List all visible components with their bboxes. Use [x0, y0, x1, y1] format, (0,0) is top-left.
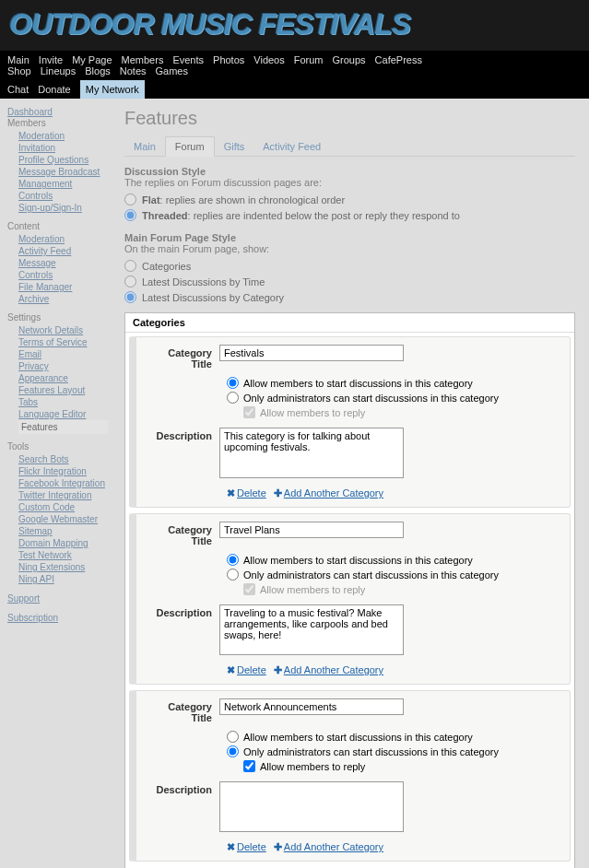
sidebar-link[interactable]: Flickr Integration [18, 465, 108, 477]
secondary-nav: ChatDonateMy Network [0, 80, 589, 99]
only-admins-radio[interactable] [227, 392, 239, 404]
sidebar-link[interactable]: Message Broadcast [18, 166, 108, 178]
fps-radio[interactable] [124, 291, 136, 303]
delete-icon: ✖ [227, 487, 235, 499]
sidebar-link[interactable]: Features [18, 420, 108, 434]
allow-reply-checkbox [243, 583, 255, 595]
sidebar-link[interactable]: Domain Mapping [18, 537, 108, 549]
sidebar-link[interactable]: Profile Questions [18, 154, 108, 166]
nav-item[interactable]: Videos [253, 54, 284, 65]
nav-item[interactable]: Notes [120, 65, 147, 76]
nav-item[interactable]: Donate [38, 84, 70, 95]
allow-members-radio[interactable] [227, 554, 239, 566]
sidebar-link[interactable]: Ning API [18, 573, 108, 585]
sidebar-link[interactable]: Features Layout [18, 384, 108, 396]
add-category-link[interactable]: Add Another Category [284, 487, 383, 499]
delete-link[interactable]: Delete [237, 487, 266, 499]
sidebar-group-title: Members [7, 118, 108, 128]
sidebar-group-title: Settings [7, 312, 108, 323]
nav-item[interactable]: Invite [39, 54, 63, 65]
categories-panel: Categories Category TitleAllow members t… [124, 312, 575, 868]
sidebar-link[interactable]: Privacy [18, 360, 108, 372]
allow-members-radio[interactable] [227, 731, 239, 743]
sidebar-link[interactable]: Dashboard [7, 106, 108, 118]
threaded-radio[interactable] [124, 209, 136, 221]
nav-item[interactable]: My Page [72, 54, 112, 65]
nav-item[interactable]: Forum [294, 54, 324, 65]
only-admins-radio[interactable] [227, 745, 239, 757]
primary-nav: MainInviteMy PageMembersEventsPhotosVide… [0, 51, 589, 80]
sidebar-link[interactable]: Test Network [18, 549, 108, 561]
add-icon: ✚ [274, 487, 282, 499]
sidebar-link[interactable]: Sitemap [18, 525, 108, 537]
forum-page-style-desc: On the main Forum page, show: [124, 243, 575, 254]
sidebar-link[interactable]: Sign-up/Sign-In [18, 202, 108, 214]
add-category-link[interactable]: Add Another Category [284, 841, 383, 852]
category-title-input[interactable] [219, 345, 404, 361]
sidebar-link[interactable]: Search Bots [18, 453, 108, 465]
sidebar-link[interactable]: Archive [18, 293, 108, 305]
delete-icon: ✖ [227, 664, 235, 675]
delete-link[interactable]: Delete [237, 664, 266, 675]
sidebar-link[interactable]: Invitation [18, 142, 108, 154]
tab[interactable]: Activity Feed [253, 137, 330, 156]
site-logo: OUTDOOR MUSIC FESTIVALS [0, 0, 589, 49]
flat-radio[interactable] [124, 194, 136, 205]
nav-item[interactable]: Chat [7, 84, 29, 95]
sidebar-link[interactable]: Terms of Service [18, 336, 108, 348]
sidebar-link[interactable]: Language Editor [18, 408, 108, 420]
nav-item[interactable]: Photos [213, 54, 244, 65]
sidebar-link[interactable]: Controls [18, 269, 108, 281]
sidebar-link[interactable]: Controls [18, 190, 108, 202]
nav-item[interactable]: Main [7, 54, 29, 65]
sidebar-link[interactable]: Support [7, 592, 108, 604]
tab[interactable]: Main [124, 137, 165, 156]
tab[interactable]: Forum [165, 136, 215, 157]
nav-item[interactable]: Lineups [41, 65, 77, 76]
sidebar-link[interactable]: Subscription [7, 612, 108, 624]
category-title-input[interactable] [219, 522, 404, 538]
sidebar-link[interactable]: Network Details [18, 324, 108, 336]
category-desc-input[interactable] [219, 781, 404, 832]
sidebar-link[interactable]: Appearance [18, 372, 108, 384]
sidebar-link[interactable]: Email [18, 348, 108, 360]
category-desc-input[interactable] [219, 604, 404, 655]
nav-item[interactable]: Groups [333, 54, 366, 65]
sidebar-link[interactable]: Custom Code [18, 501, 108, 513]
sidebar-link[interactable]: Google Webmaster [18, 513, 108, 525]
category-block: Category TitleAllow members to start dis… [129, 690, 571, 862]
category-title-input[interactable] [219, 698, 404, 715]
nav-item[interactable]: My Network [80, 80, 145, 99]
allow-members-radio[interactable] [227, 377, 239, 389]
feature-tabs: MainForumGiftsActivity Feed [124, 136, 575, 157]
sidebar-link[interactable]: Management [18, 178, 108, 190]
sidebar-group-title: Content [7, 221, 108, 231]
fps-radio[interactable] [124, 260, 136, 272]
forum-page-style-title: Main Forum Page Style [124, 232, 575, 243]
sidebar-link[interactable]: Tabs [18, 396, 108, 408]
only-admins-radio[interactable] [227, 569, 239, 581]
sidebar-link[interactable]: Activity Feed Message [18, 245, 108, 269]
discussion-style-desc: The replies on Forum discussion pages ar… [124, 177, 575, 188]
tab[interactable]: Gifts [215, 137, 254, 156]
allow-reply-checkbox [243, 406, 255, 418]
sidebar-link[interactable]: Ning Extensions [18, 561, 108, 573]
sidebar-link[interactable]: File Manager [18, 281, 108, 293]
allow-reply-checkbox[interactable] [243, 760, 255, 772]
sidebar-group-title: Tools [7, 441, 108, 452]
sidebar-link[interactable]: Moderation [18, 130, 108, 142]
nav-item[interactable]: Members [122, 54, 164, 65]
add-category-link[interactable]: Add Another Category [284, 664, 383, 675]
fps-radio[interactable] [124, 276, 136, 287]
sidebar-link[interactable]: Facebook Integration [18, 477, 108, 489]
nav-item[interactable]: Games [156, 65, 188, 76]
nav-item[interactable]: Events [172, 54, 204, 65]
nav-item[interactable]: Blogs [85, 65, 111, 76]
page-title: Features [124, 108, 575, 129]
sidebar-link[interactable]: Moderation [18, 233, 108, 245]
delete-link[interactable]: Delete [237, 841, 266, 852]
category-desc-input[interactable] [219, 428, 404, 478]
sidebar-link[interactable]: Twitter Integration [18, 489, 108, 501]
add-icon: ✚ [274, 664, 282, 675]
add-icon: ✚ [274, 841, 282, 852]
